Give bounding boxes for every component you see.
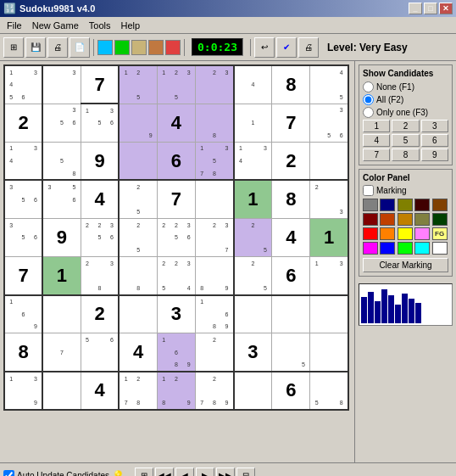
cell-6-9[interactable]: 13 [310, 257, 348, 295]
color-btn-brown[interactable] [148, 40, 164, 55]
color-olive[interactable] [398, 199, 413, 211]
color-darkorange[interactable] [432, 199, 448, 211]
cell-5-4[interactable]: 25 [119, 218, 157, 256]
cell-3-1[interactable]: 134 [4, 142, 42, 180]
color-orange[interactable] [380, 227, 395, 240]
color-btn-red[interactable] [165, 40, 181, 55]
cell-2-6[interactable]: 8 [196, 104, 234, 142]
cell-5-9[interactable]: 1 [310, 218, 348, 256]
cell-1-9[interactable]: 45 [310, 65, 348, 104]
print-button[interactable]: 🖨 [298, 37, 319, 58]
cell-7-9[interactable] [310, 295, 348, 333]
menu-help[interactable]: Help [115, 19, 145, 32]
color-lime[interactable] [398, 242, 413, 255]
cell-5-7[interactable]: 25 [234, 218, 272, 256]
color-btn-green[interactable] [114, 40, 130, 55]
cell-7-2[interactable] [42, 295, 81, 333]
cell-8-5[interactable]: 1689 [157, 333, 195, 372]
cell-7-6[interactable]: 1689 [196, 295, 234, 333]
cell-5-3[interactable]: 22356 [81, 218, 119, 256]
cell-4-5[interactable]: 7 [157, 180, 195, 218]
color-khaki[interactable] [414, 213, 430, 226]
cell-8-8[interactable]: 5 [272, 333, 310, 372]
cell-5-2[interactable]: 9 [42, 218, 81, 256]
num-btn-1[interactable]: 1 [363, 120, 390, 132]
cell-8-7[interactable]: 3 [234, 333, 272, 372]
cell-2-4[interactable]: 9 [119, 104, 157, 142]
cell-3-8[interactable]: 2 [272, 142, 310, 180]
radio-none-input[interactable] [363, 81, 374, 92]
cell-4-9[interactable]: 23 [310, 180, 348, 218]
cell-7-7[interactable] [234, 295, 272, 333]
cell-8-9[interactable] [310, 333, 348, 372]
cell-7-3[interactable]: 2 [81, 295, 119, 333]
cell-1-3[interactable]: 7 [81, 65, 119, 104]
cell-9-2[interactable] [42, 372, 81, 410]
cell-6-6[interactable]: 89 [196, 257, 234, 295]
cell-8-4[interactable]: 4 [119, 333, 157, 372]
color-yellow[interactable] [398, 227, 413, 240]
cell-8-1[interactable]: 8 [4, 333, 42, 372]
cell-3-9[interactable] [310, 142, 348, 180]
num-btn-5[interactable]: 5 [392, 134, 419, 147]
cell-9-9[interactable]: 58 [310, 372, 348, 410]
num-btn-7[interactable]: 7 [363, 148, 390, 161]
cell-6-5[interactable]: 22354 [157, 257, 195, 295]
cell-2-8[interactable]: 7 [272, 104, 310, 142]
cell-3-2[interactable]: 58 [42, 142, 81, 180]
cell-4-1[interactable]: 356 [4, 180, 42, 218]
cell-1-2[interactable]: 3 [42, 65, 81, 104]
cell-2-3[interactable]: 1356 [81, 104, 119, 142]
color-white[interactable] [432, 242, 448, 255]
cell-3-4[interactable] [119, 142, 157, 180]
toolbar-btn-2[interactable]: 💾 [25, 37, 46, 58]
num-btn-6[interactable]: 6 [421, 134, 448, 147]
cell-4-7[interactable]: 1 [234, 180, 272, 218]
cell-6-8[interactable]: 6 [272, 257, 310, 295]
cell-6-1[interactable]: 7 [4, 257, 42, 295]
toolbar-btn-1[interactable]: ⊞ [3, 37, 24, 58]
menu-tools[interactable]: Tools [84, 19, 116, 32]
status-btn-grid[interactable]: ⊞ [135, 468, 153, 477]
status-btn-next-next[interactable]: ▶▶ [216, 468, 235, 477]
menu-file[interactable]: File [2, 19, 27, 32]
cell-9-6[interactable]: 2789 [196, 372, 234, 410]
cell-9-1[interactable]: 139 [4, 372, 42, 410]
cell-9-8[interactable]: 6 [272, 372, 310, 410]
status-btn-end[interactable]: ⊟ [236, 468, 255, 477]
status-btn-prev-prev[interactable]: ◀◀ [155, 468, 174, 477]
cell-4-2[interactable]: 356 [42, 180, 81, 218]
cell-3-5[interactable]: 6 [157, 142, 195, 180]
color-blue[interactable] [380, 242, 395, 255]
cell-2-7[interactable]: 1 [234, 104, 272, 142]
num-btn-3[interactable]: 3 [421, 120, 448, 132]
cell-1-4[interactable]: 125 [119, 65, 157, 104]
color-pink[interactable] [414, 227, 430, 240]
color-darkgreen[interactable] [432, 213, 448, 226]
cell-2-2[interactable]: 356 [42, 104, 81, 142]
cell-3-6[interactable]: 13578 [196, 142, 234, 180]
color-navy[interactable] [380, 199, 395, 211]
cell-2-9[interactable]: 356 [310, 104, 348, 142]
status-btn-next[interactable]: ▶ [196, 468, 214, 477]
radio-one-input[interactable] [363, 107, 374, 118]
cell-4-8[interactable]: 8 [272, 180, 310, 218]
color-darkred[interactable] [414, 199, 430, 211]
undo-button[interactable]: ↩ [254, 37, 275, 58]
cell-1-8[interactable]: 8 [272, 65, 310, 104]
cell-3-3[interactable]: 9 [81, 142, 119, 180]
cell-1-5[interactable]: 1235 [157, 65, 195, 104]
status-btn-prev[interactable]: ◀ [175, 468, 194, 477]
color-btn-tan[interactable] [131, 40, 147, 55]
close-button[interactable]: ✕ [439, 3, 453, 14]
cell-4-6[interactable] [196, 180, 234, 218]
color-btn-blue[interactable] [97, 40, 113, 55]
color-fg[interactable]: FG [432, 227, 448, 240]
color-magenta[interactable] [363, 242, 378, 255]
cell-5-8[interactable]: 4 [272, 218, 310, 256]
cell-8-2[interactable]: 7 [42, 333, 81, 372]
cell-2-1[interactable]: 2 [4, 104, 42, 142]
cell-9-5[interactable]: 1289 [157, 372, 195, 410]
cell-5-1[interactable]: 356 [4, 218, 42, 256]
radio-all-input[interactable] [363, 94, 374, 105]
